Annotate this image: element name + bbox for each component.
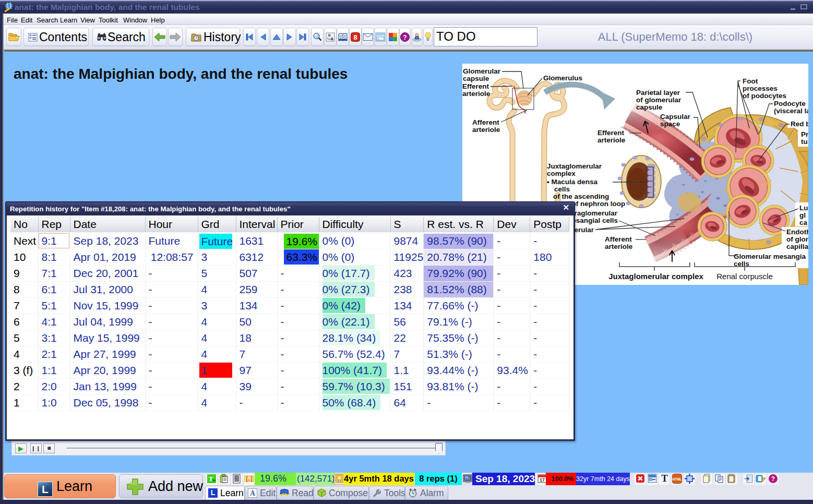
svg-text:T: T [209,475,213,483]
svg-text:Glomerulus: Glomerulus [543,74,582,82]
svg-text:of glomerular: of glomerular [636,96,682,104]
svg-text:complex: complex [547,170,576,177]
svg-text:of glor: of glor [786,235,808,243]
svg-text:of podocytes: of podocytes [743,92,786,100]
svg-text:Afferent: Afferent [605,235,632,243]
svg-text:capilla: capilla [786,243,808,250]
svg-text:gl: gl [799,211,806,219]
svg-text:Foot: Foot [743,77,758,85]
svg-text:Parietal layer: Parietal layer [636,89,680,97]
svg-text:space: space [660,120,680,128]
svg-text:Endoth: Endoth [786,228,808,236]
svg-text:Efferent: Efferent [597,129,625,137]
svg-text:[..]: [..] [246,476,252,482]
svg-text:of the ascending: of the ascending [553,193,609,200]
svg-text:Red b: Red b [791,120,808,128]
svg-text:tu: tu [801,138,808,146]
svg-text:ca: ca [799,219,808,226]
svg-text:Glomerular mesangia: Glomerular mesangia [734,253,806,260]
svg-text:Efferent: Efferent [462,82,489,90]
svg-text:arteriole: arteriole [605,243,633,250]
svg-text:I...: I... [378,37,381,40]
svg-text:cells: cells [554,185,570,193]
svg-text:Lu: Lu [799,204,808,212]
svg-text:?: ? [403,33,406,41]
svg-text:17: 17 [540,477,545,483]
svg-text:?: ? [771,475,775,483]
svg-text:Pr: Pr [801,130,808,138]
svg-text:Juxtaglomerular: Juxtaglomerular [547,162,602,170]
svg-text:processes: processes [743,85,778,92]
svg-text:arteriole: arteriole [597,136,626,144]
svg-text:arteriole: arteriole [462,90,491,98]
svg-text:Glomerular: Glomerular [463,67,501,75]
svg-text:8: 8 [353,33,357,41]
svg-text:capsule: capsule [636,103,663,111]
svg-text:Afferent: Afferent [472,118,499,126]
svg-text:Capsular: Capsular [660,113,691,121]
svg-text:(visceral la: (visceral la [774,107,808,115]
svg-text:• Macula densa: • Macula densa [547,178,598,186]
svg-text:Podocyte: Podocyte [774,100,806,107]
svg-text:capsule: capsule [463,75,489,82]
svg-text:Juxtaglomerular complex: Juxtaglomerular complex [608,272,703,281]
svg-text:arteriole: arteriole [472,126,500,134]
svg-text:Renal corpuscle: Renal corpuscle [716,272,773,281]
svg-text:HTML: HTML [672,477,682,481]
